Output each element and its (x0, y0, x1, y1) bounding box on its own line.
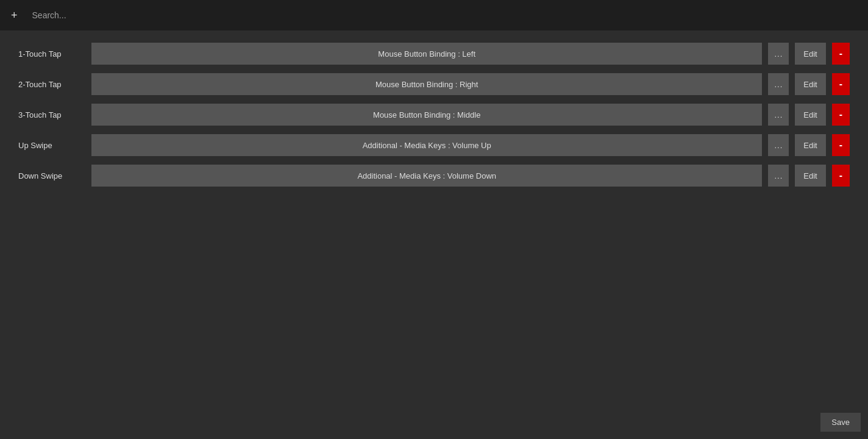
header-bar: + (0, 0, 868, 30)
search-input[interactable] (27, 7, 861, 24)
delete-button-1[interactable]: - (832, 73, 850, 95)
binding-row: 2-Touch Tap Mouse Button Binding : Right… (18, 73, 850, 95)
binding-value-4: Additional - Media Keys : Volume Down (357, 171, 496, 180)
edit-button-3[interactable]: Edit (795, 134, 825, 156)
edit-button-2[interactable]: Edit (795, 104, 825, 126)
binding-row: 1-Touch Tap Mouse Button Binding : Left … (18, 43, 850, 65)
binding-value-1: Mouse Button Binding : Right (375, 80, 478, 89)
delete-button-4[interactable]: - (832, 165, 850, 187)
binding-value-3: Additional - Media Keys : Volume Up (363, 141, 491, 150)
binding-value-container-0: Mouse Button Binding : Left (91, 43, 762, 65)
content-area: 1-Touch Tap Mouse Button Binding : Left … (0, 30, 868, 207)
binding-value-container-1: Mouse Button Binding : Right (91, 73, 762, 95)
row-label-2: 3-Touch Tap (18, 110, 85, 120)
binding-value-2: Mouse Button Binding : Middle (373, 110, 480, 120)
binding-value-container-3: Additional - Media Keys : Volume Up (91, 134, 762, 156)
dots-button-1[interactable]: ... (768, 73, 789, 95)
binding-row: Up Swipe Additional - Media Keys : Volum… (18, 134, 850, 156)
dots-button-3[interactable]: ... (768, 134, 789, 156)
binding-value-container-4: Additional - Media Keys : Volume Down (91, 165, 762, 187)
save-button[interactable]: Save (820, 413, 861, 432)
dots-button-2[interactable]: ... (768, 104, 789, 126)
dots-button-4[interactable]: ... (768, 165, 789, 187)
add-button[interactable]: + (7, 9, 21, 22)
binding-row: Down Swipe Additional - Media Keys : Vol… (18, 165, 850, 187)
delete-button-0[interactable]: - (832, 43, 850, 65)
binding-value-container-2: Mouse Button Binding : Middle (91, 104, 762, 126)
delete-button-2[interactable]: - (832, 104, 850, 126)
binding-row: 3-Touch Tap Mouse Button Binding : Middl… (18, 104, 850, 126)
edit-button-1[interactable]: Edit (795, 73, 825, 95)
binding-value-0: Mouse Button Binding : Left (378, 49, 475, 59)
row-label-3: Up Swipe (18, 141, 85, 150)
edit-button-0[interactable]: Edit (795, 43, 825, 65)
delete-button-3[interactable]: - (832, 134, 850, 156)
row-label-0: 1-Touch Tap (18, 49, 85, 59)
row-label-4: Down Swipe (18, 171, 85, 180)
dots-button-0[interactable]: ... (768, 43, 789, 65)
row-label-1: 2-Touch Tap (18, 80, 85, 89)
edit-button-4[interactable]: Edit (795, 165, 825, 187)
